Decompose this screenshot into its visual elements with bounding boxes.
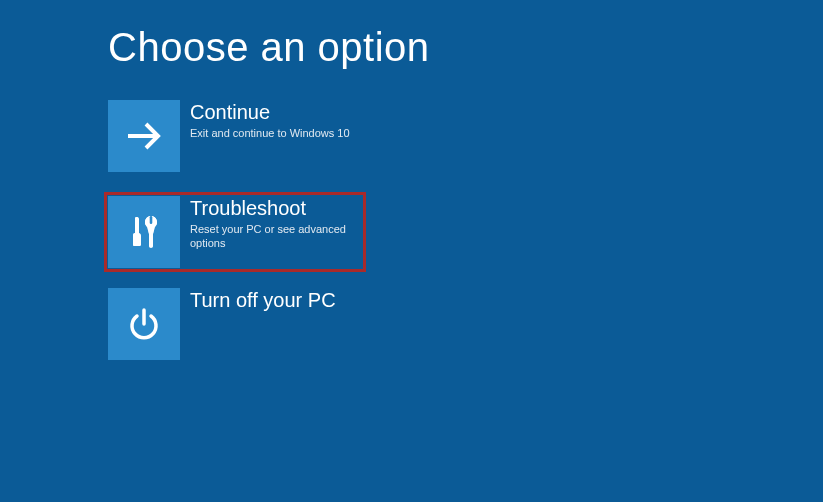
continue-title: Continue: [190, 100, 350, 124]
continue-text-block: Continue Exit and continue to Windows 10: [180, 100, 350, 140]
turnoff-title: Turn off your PC: [190, 288, 336, 312]
recovery-options-container: Choose an option Continue Exit and conti…: [0, 0, 823, 360]
svg-rect-5: [150, 216, 153, 224]
page-title: Choose an option: [108, 25, 823, 70]
option-troubleshoot[interactable]: Troubleshoot Reset your PC or see advanc…: [104, 192, 366, 272]
troubleshoot-text-block: Troubleshoot Reset your PC or see advanc…: [180, 196, 362, 251]
power-icon: [124, 304, 164, 344]
troubleshoot-title: Troubleshoot: [190, 196, 362, 220]
continue-desc: Exit and continue to Windows 10: [190, 126, 350, 140]
option-continue[interactable]: Continue Exit and continue to Windows 10: [108, 100, 368, 172]
arrow-right-icon: [122, 114, 166, 158]
svg-rect-3: [135, 217, 139, 233]
troubleshoot-icon-tile: [108, 196, 180, 268]
turnoff-text-block: Turn off your PC: [180, 288, 336, 314]
troubleshoot-desc: Reset your PC or see advanced options: [190, 222, 362, 251]
turnoff-icon-tile: [108, 288, 180, 360]
option-turnoff[interactable]: Turn off your PC: [108, 288, 368, 360]
tools-icon: [122, 210, 166, 254]
continue-icon-tile: [108, 100, 180, 172]
svg-rect-4: [133, 233, 141, 246]
